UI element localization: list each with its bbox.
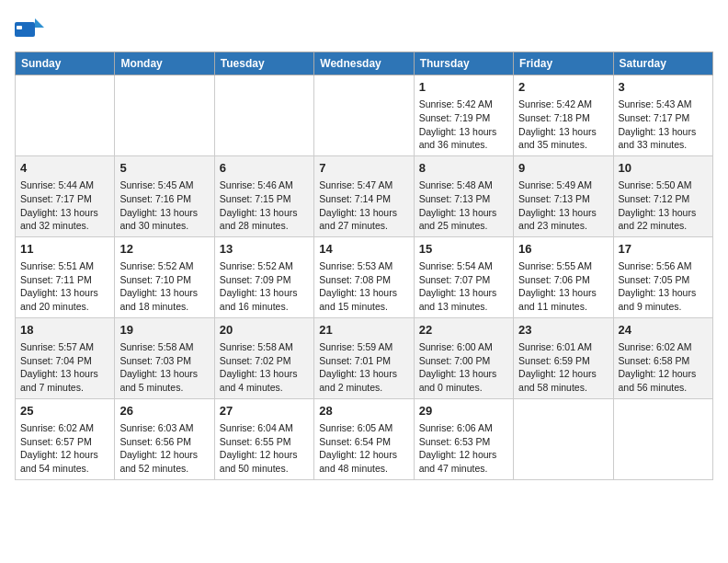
day-info: Sunrise: 6:02 AM Sunset: 6:57 PM Dayligh…: [20, 421, 109, 476]
calendar-cell: 25Sunrise: 6:02 AM Sunset: 6:57 PM Dayli…: [16, 398, 115, 479]
day-info: Sunrise: 6:01 AM Sunset: 6:59 PM Dayligh…: [518, 340, 608, 395]
calendar-cell: [16, 75, 115, 156]
calendar-cell: 9Sunrise: 5:49 AM Sunset: 7:13 PM Daylig…: [514, 155, 613, 236]
day-info: Sunrise: 5:59 AM Sunset: 7:01 PM Dayligh…: [319, 340, 408, 395]
day-info: Sunrise: 6:04 AM Sunset: 6:55 PM Dayligh…: [220, 421, 309, 476]
calendar-cell: 12Sunrise: 5:52 AM Sunset: 7:10 PM Dayli…: [115, 236, 214, 317]
day-number: 7: [319, 160, 408, 177]
day-info: Sunrise: 5:51 AM Sunset: 7:11 PM Dayligh…: [20, 259, 109, 314]
day-number: 28: [319, 403, 408, 419]
day-info: Sunrise: 6:03 AM Sunset: 6:56 PM Dayligh…: [119, 421, 209, 476]
day-info: Sunrise: 6:02 AM Sunset: 6:58 PM Dayligh…: [619, 340, 708, 395]
calendar-cell: 20Sunrise: 5:58 AM Sunset: 7:02 PM Dayli…: [214, 317, 313, 398]
day-number: 6: [220, 160, 309, 177]
day-number: 5: [119, 160, 209, 177]
logo-icon: [15, 15, 44, 44]
day-info: Sunrise: 5:46 AM Sunset: 7:15 PM Dayligh…: [220, 178, 309, 233]
calendar-cell: 16Sunrise: 5:55 AM Sunset: 7:06 PM Dayli…: [514, 236, 613, 317]
calendar-cell: 3Sunrise: 5:43 AM Sunset: 7:17 PM Daylig…: [613, 75, 712, 156]
day-number: 2: [518, 79, 608, 96]
day-info: Sunrise: 5:53 AM Sunset: 7:08 PM Dayligh…: [319, 259, 408, 314]
calendar-cell: 4Sunrise: 5:44 AM Sunset: 7:17 PM Daylig…: [16, 155, 115, 236]
calendar-cell: 2Sunrise: 5:42 AM Sunset: 7:18 PM Daylig…: [514, 75, 613, 156]
calendar-cell: [514, 398, 613, 479]
day-info: Sunrise: 6:05 AM Sunset: 6:54 PM Dayligh…: [319, 421, 408, 476]
day-number: 9: [518, 160, 608, 177]
day-info: Sunrise: 5:52 AM Sunset: 7:10 PM Dayligh…: [119, 259, 209, 314]
calendar-week-row: 25Sunrise: 6:02 AM Sunset: 6:57 PM Dayli…: [16, 398, 713, 479]
day-info: Sunrise: 5:57 AM Sunset: 7:04 PM Dayligh…: [20, 340, 109, 395]
day-info: Sunrise: 5:58 AM Sunset: 7:03 PM Dayligh…: [119, 340, 209, 395]
calendar-cell: [314, 75, 414, 156]
day-number: 23: [518, 322, 608, 339]
day-info: Sunrise: 5:45 AM Sunset: 7:16 PM Dayligh…: [119, 178, 209, 233]
day-number: 14: [319, 241, 408, 258]
day-info: Sunrise: 5:43 AM Sunset: 7:17 PM Dayligh…: [619, 98, 708, 152]
day-info: Sunrise: 5:44 AM Sunset: 7:17 PM Dayligh…: [20, 178, 109, 233]
calendar-week-row: 11Sunrise: 5:51 AM Sunset: 7:11 PM Dayli…: [16, 236, 713, 317]
calendar-cell: 7Sunrise: 5:47 AM Sunset: 7:14 PM Daylig…: [314, 155, 414, 236]
calendar-cell: [613, 398, 712, 479]
day-number: 22: [419, 322, 508, 339]
day-number: 19: [119, 322, 209, 339]
page-header: [15, 15, 713, 44]
day-header-wednesday: Wednesday: [314, 52, 414, 75]
calendar-cell: 14Sunrise: 5:53 AM Sunset: 7:08 PM Dayli…: [314, 236, 414, 317]
calendar-cell: 10Sunrise: 5:50 AM Sunset: 7:12 PM Dayli…: [613, 155, 712, 236]
day-info: Sunrise: 5:48 AM Sunset: 7:13 PM Dayligh…: [419, 178, 508, 233]
calendar-cell: [214, 75, 313, 156]
day-number: 24: [619, 322, 708, 339]
day-number: 29: [419, 403, 508, 419]
day-number: 10: [619, 160, 708, 177]
calendar-cell: 8Sunrise: 5:48 AM Sunset: 7:13 PM Daylig…: [414, 155, 513, 236]
day-header-tuesday: Tuesday: [214, 52, 313, 75]
day-header-friday: Friday: [514, 52, 613, 75]
day-header-saturday: Saturday: [613, 52, 712, 75]
logo: [15, 15, 48, 44]
day-header-thursday: Thursday: [414, 52, 513, 75]
calendar-cell: 28Sunrise: 6:05 AM Sunset: 6:54 PM Dayli…: [314, 398, 414, 479]
calendar-table: SundayMondayTuesdayWednesdayThursdayFrid…: [15, 52, 713, 480]
calendar-cell: 29Sunrise: 6:06 AM Sunset: 6:53 PM Dayli…: [414, 398, 513, 479]
calendar-cell: 18Sunrise: 5:57 AM Sunset: 7:04 PM Dayli…: [16, 317, 115, 398]
svg-marker-1: [35, 18, 44, 28]
calendar-cell: 13Sunrise: 5:52 AM Sunset: 7:09 PM Dayli…: [214, 236, 313, 317]
day-info: Sunrise: 5:42 AM Sunset: 7:18 PM Dayligh…: [518, 98, 608, 152]
svg-rect-2: [17, 26, 22, 29]
day-info: Sunrise: 5:47 AM Sunset: 7:14 PM Dayligh…: [319, 178, 408, 233]
day-number: 21: [319, 322, 408, 339]
day-info: Sunrise: 5:54 AM Sunset: 7:07 PM Dayligh…: [419, 259, 508, 314]
day-info: Sunrise: 5:52 AM Sunset: 7:09 PM Dayligh…: [220, 259, 309, 314]
day-number: 1: [419, 79, 508, 96]
day-number: 26: [119, 403, 209, 419]
day-info: Sunrise: 6:06 AM Sunset: 6:53 PM Dayligh…: [419, 421, 508, 476]
calendar-cell: 23Sunrise: 6:01 AM Sunset: 6:59 PM Dayli…: [514, 317, 613, 398]
day-number: 8: [419, 160, 508, 177]
day-header-sunday: Sunday: [16, 52, 115, 75]
day-number: 11: [20, 241, 109, 258]
day-number: 17: [619, 241, 708, 258]
day-info: Sunrise: 5:56 AM Sunset: 7:05 PM Dayligh…: [619, 259, 708, 314]
calendar-cell: 17Sunrise: 5:56 AM Sunset: 7:05 PM Dayli…: [613, 236, 712, 317]
calendar-week-row: 4Sunrise: 5:44 AM Sunset: 7:17 PM Daylig…: [16, 155, 713, 236]
calendar-cell: 26Sunrise: 6:03 AM Sunset: 6:56 PM Dayli…: [115, 398, 214, 479]
day-number: 25: [20, 403, 109, 419]
calendar-cell: 27Sunrise: 6:04 AM Sunset: 6:55 PM Dayli…: [214, 398, 313, 479]
day-number: 13: [220, 241, 309, 258]
calendar-cell: 22Sunrise: 6:00 AM Sunset: 7:00 PM Dayli…: [414, 317, 513, 398]
day-info: Sunrise: 5:49 AM Sunset: 7:13 PM Dayligh…: [518, 178, 608, 233]
day-number: 4: [20, 160, 109, 177]
calendar-week-row: 18Sunrise: 5:57 AM Sunset: 7:04 PM Dayli…: [16, 317, 713, 398]
calendar-cell: 21Sunrise: 5:59 AM Sunset: 7:01 PM Dayli…: [314, 317, 414, 398]
day-info: Sunrise: 5:58 AM Sunset: 7:02 PM Dayligh…: [220, 340, 309, 395]
calendar-cell: 1Sunrise: 5:42 AM Sunset: 7:19 PM Daylig…: [414, 75, 513, 156]
day-info: Sunrise: 5:50 AM Sunset: 7:12 PM Dayligh…: [619, 178, 708, 233]
day-number: 12: [119, 241, 209, 258]
calendar-cell: 24Sunrise: 6:02 AM Sunset: 6:58 PM Dayli…: [613, 317, 712, 398]
calendar-cell: [115, 75, 214, 156]
day-number: 16: [518, 241, 608, 258]
day-info: Sunrise: 5:55 AM Sunset: 7:06 PM Dayligh…: [518, 259, 608, 314]
day-number: 15: [419, 241, 508, 258]
calendar-header-row: SundayMondayTuesdayWednesdayThursdayFrid…: [16, 52, 713, 75]
day-info: Sunrise: 6:00 AM Sunset: 7:00 PM Dayligh…: [419, 340, 508, 395]
